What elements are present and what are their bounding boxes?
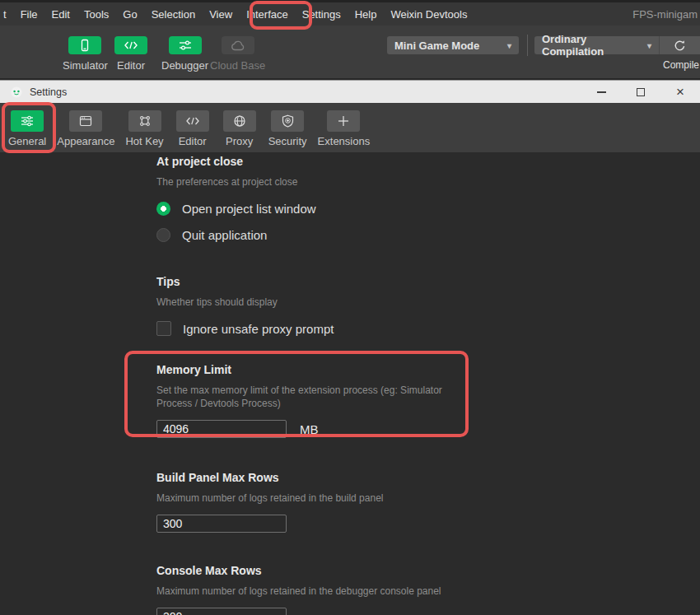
menu-bar: t File Edit Tools Go Selection View Inte… <box>0 0 700 26</box>
memory-limit-input[interactable] <box>156 420 287 438</box>
menu-item-truncated[interactable]: t <box>2 7 8 21</box>
window-icon <box>79 115 92 127</box>
debugger-button[interactable]: Debugger <box>161 36 208 72</box>
tab-security[interactable]: Security <box>268 110 307 152</box>
close-icon: × <box>676 85 684 99</box>
mode-dropdown-value: Mini Game Mode <box>394 40 479 52</box>
cloud-icon <box>231 40 245 51</box>
section-description: Maximum number of logs retained in the d… <box>156 585 474 598</box>
build-panel-max-rows-input[interactable] <box>156 515 287 533</box>
plus-icon <box>337 114 350 128</box>
menu-item-help[interactable]: Help <box>353 7 379 21</box>
project-name-label: FPS-minigam <box>632 8 698 21</box>
chevron-down-icon: ▾ <box>499 41 511 50</box>
tab-proxy-label: Editor <box>179 135 207 147</box>
tab-hot-key[interactable]: Hot Key <box>125 110 163 152</box>
tab-extensions-label: Extensions <box>318 135 371 147</box>
tab-general[interactable]: General <box>8 110 46 152</box>
section-description: Set the max memory limit of the extensio… <box>156 384 474 410</box>
section-console-max-rows: Console Max Rows Maximum number of logs … <box>156 564 634 615</box>
devtools-logo-icon <box>10 86 23 99</box>
menu-item-go[interactable]: Go <box>121 7 138 21</box>
tab-extensions[interactable]: Extensions <box>318 110 371 152</box>
menu-item-view[interactable]: View <box>208 7 234 21</box>
menu-item-weixin-devtools[interactable]: Weixin Devtools <box>389 7 469 21</box>
section-memory-limit: Memory Limit Set the max memory limit of… <box>156 363 634 438</box>
mode-dropdown[interactable]: Mini Game Mode ▾ <box>387 36 519 54</box>
settings-tabbar: General Appearance <box>0 103 700 152</box>
tab-security-label: Security <box>268 135 307 147</box>
code-icon <box>124 40 138 51</box>
section-build-panel-max-rows: Build Panel Max Rows Maximum number of l… <box>156 471 634 533</box>
checkbox-label: Ignore unsafe proxy prompt <box>183 322 334 336</box>
sliders-icon <box>179 40 192 51</box>
menu-item-tools[interactable]: Tools <box>82 7 110 21</box>
radio-label: Quit application <box>182 228 267 242</box>
tab-appearance[interactable]: Appearance <box>57 110 114 152</box>
minimize-button[interactable] <box>595 86 608 99</box>
compilation-dropdown-value: Ordinary Compilation <box>542 33 639 58</box>
close-button[interactable]: × <box>674 86 687 99</box>
section-at-project-close: At project close The preferences at proj… <box>156 155 634 245</box>
radio-unselected-icon[interactable] <box>156 228 170 242</box>
menu-item-selection[interactable]: Selection <box>150 7 197 21</box>
code-icon <box>185 116 200 126</box>
tab-general-label: General <box>8 135 46 147</box>
section-description: Whether tips should display <box>156 296 474 309</box>
cloud-base-label: Cloud Base <box>210 59 265 72</box>
menu-item-edit[interactable]: Edit <box>50 7 72 21</box>
tab-appearance-label: Appearance <box>57 135 114 147</box>
checkbox-icon[interactable] <box>156 321 171 336</box>
compilation-dropdown[interactable]: Ordinary Compilation ▾ <box>534 36 659 54</box>
menu-item-settings[interactable]: Settings <box>301 7 343 21</box>
section-description: Maximum number of logs retained in the b… <box>156 492 474 505</box>
radio-open-project-list[interactable]: Open project list window <box>156 198 634 218</box>
globe-icon <box>233 114 246 128</box>
settings-content: At project close The preferences at proj… <box>156 155 634 615</box>
menu-item-interface[interactable]: Interface <box>245 7 290 21</box>
radio-quit-application[interactable]: Quit application <box>156 225 634 245</box>
editor-button[interactable]: Editor <box>114 36 147 72</box>
minimize-icon <box>597 91 606 93</box>
menu-item-file[interactable]: File <box>19 7 40 21</box>
tab-editor[interactable]: Editor <box>175 110 211 152</box>
checkbox-ignore-unsafe-proxy[interactable]: Ignore unsafe proxy prompt <box>156 319 634 338</box>
toolbar-divider <box>527 35 528 56</box>
compile-button[interactable] <box>659 36 700 54</box>
radio-selected-icon[interactable] <box>156 202 170 216</box>
phone-icon <box>78 39 91 52</box>
window-title: Settings <box>30 86 67 98</box>
section-tips: Tips Whether tips should display Ignore … <box>156 275 634 338</box>
simulator-label: Simulator <box>63 59 108 72</box>
console-max-rows-input[interactable] <box>156 608 287 615</box>
section-description: The preferences at project close <box>156 175 474 189</box>
section-heading: Build Panel Max Rows <box>156 471 634 484</box>
section-heading: Memory Limit <box>156 363 634 376</box>
sliders-icon <box>21 115 34 127</box>
compile-label: Compile <box>663 59 699 71</box>
simulator-button[interactable]: Simulator <box>63 36 108 72</box>
section-heading: At project close <box>156 155 634 168</box>
maximize-icon <box>637 88 645 96</box>
toolbar: Simulator Editor Debugger <box>0 26 700 80</box>
tab-proxy-label: Proxy <box>226 135 253 147</box>
section-heading: Tips <box>156 275 634 288</box>
cloud-base-button: Cloud Base <box>210 36 265 72</box>
debugger-label: Debugger <box>161 59 208 72</box>
refresh-icon <box>674 40 686 52</box>
section-heading: Console Max Rows <box>156 564 634 577</box>
tab-proxy[interactable]: Proxy <box>222 110 258 152</box>
radio-label: Open project list window <box>182 202 316 216</box>
settings-titlebar[interactable]: Settings × <box>0 80 700 103</box>
shield-icon <box>282 114 294 128</box>
editor-label: Editor <box>117 59 145 72</box>
tab-hot-key-label: Hot Key <box>125 135 163 147</box>
frame-icon <box>138 114 152 128</box>
memory-limit-unit: MB <box>300 422 319 436</box>
maximize-button[interactable] <box>634 86 647 99</box>
chevron-down-icon: ▾ <box>639 41 651 50</box>
settings-window: Settings × General <box>0 80 700 615</box>
